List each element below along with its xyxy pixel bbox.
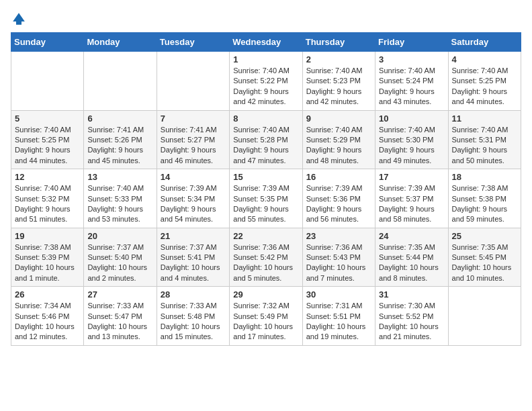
day-number: 4	[452, 54, 517, 64]
calendar-cell	[157, 52, 229, 111]
calendar-cell: 5Sunrise: 7:40 AM Sunset: 5:25 PM Daylig…	[11, 110, 84, 169]
day-info: Sunrise: 7:31 AM Sunset: 5:51 PM Dayligh…	[306, 301, 371, 342]
day-number: 25	[452, 231, 517, 241]
day-number: 13	[87, 172, 152, 182]
calendar-cell: 4Sunrise: 7:40 AM Sunset: 5:25 PM Daylig…	[448, 52, 521, 111]
weekday-header-saturday: Saturday	[448, 33, 521, 52]
calendar-week-row: 19Sunrise: 7:38 AM Sunset: 5:39 PM Dayli…	[11, 228, 521, 287]
calendar-cell	[11, 52, 84, 111]
weekday-header-thursday: Thursday	[302, 33, 375, 52]
day-info: Sunrise: 7:40 AM Sunset: 5:32 PM Dayligh…	[15, 183, 80, 225]
calendar-cell: 15Sunrise: 7:39 AM Sunset: 5:35 PM Dayli…	[230, 169, 302, 228]
calendar-cell: 19Sunrise: 7:38 AM Sunset: 5:39 PM Dayli…	[11, 228, 84, 287]
day-number: 6	[87, 113, 152, 124]
calendar-cell: 2Sunrise: 7:40 AM Sunset: 5:23 PM Daylig…	[302, 52, 375, 111]
day-info: Sunrise: 7:40 AM Sunset: 5:25 PM Dayligh…	[452, 66, 517, 107]
svg-marker-1	[13, 13, 25, 21]
svg-rect-2	[16, 21, 21, 25]
calendar-cell: 31Sunrise: 7:30 AM Sunset: 5:52 PM Dayli…	[375, 287, 448, 346]
day-info: Sunrise: 7:33 AM Sunset: 5:48 PM Dayligh…	[161, 301, 226, 342]
calendar-cell: 8Sunrise: 7:40 AM Sunset: 5:28 PM Daylig…	[230, 110, 302, 169]
calendar-cell: 22Sunrise: 7:36 AM Sunset: 5:42 PM Dayli…	[230, 228, 302, 287]
day-info: Sunrise: 7:38 AM Sunset: 5:39 PM Dayligh…	[15, 242, 80, 284]
day-number: 8	[233, 113, 298, 124]
day-number: 19	[15, 231, 80, 241]
calendar-cell: 3Sunrise: 7:40 AM Sunset: 5:24 PM Daylig…	[375, 52, 448, 111]
day-info: Sunrise: 7:41 AM Sunset: 5:27 PM Dayligh…	[161, 125, 226, 167]
calendar-cell	[84, 52, 157, 111]
day-number: 17	[379, 172, 444, 182]
calendar-cell: 9Sunrise: 7:40 AM Sunset: 5:29 PM Daylig…	[302, 110, 375, 169]
calendar-cell: 1Sunrise: 7:40 AM Sunset: 5:22 PM Daylig…	[230, 52, 302, 111]
day-number: 15	[233, 172, 298, 182]
calendar-cell: 10Sunrise: 7:40 AM Sunset: 5:30 PM Dayli…	[375, 110, 448, 169]
day-info: Sunrise: 7:40 AM Sunset: 5:24 PM Dayligh…	[379, 66, 444, 107]
day-number: 1	[233, 54, 298, 64]
day-info: Sunrise: 7:36 AM Sunset: 5:43 PM Dayligh…	[306, 242, 371, 284]
day-info: Sunrise: 7:40 AM Sunset: 5:29 PM Dayligh…	[306, 125, 371, 167]
day-number: 20	[87, 231, 152, 241]
day-info: Sunrise: 7:39 AM Sunset: 5:37 PM Dayligh…	[379, 183, 444, 225]
calendar-cell: 26Sunrise: 7:34 AM Sunset: 5:46 PM Dayli…	[11, 287, 84, 346]
day-info: Sunrise: 7:40 AM Sunset: 5:22 PM Dayligh…	[233, 66, 298, 107]
day-number: 9	[306, 113, 371, 124]
day-number: 24	[379, 231, 444, 241]
day-number: 10	[379, 113, 444, 124]
day-info: Sunrise: 7:37 AM Sunset: 5:40 PM Dayligh…	[87, 242, 152, 284]
calendar-cell: 7Sunrise: 7:41 AM Sunset: 5:27 PM Daylig…	[157, 110, 229, 169]
calendar-cell	[448, 287, 521, 346]
day-number: 16	[306, 172, 371, 182]
calendar: SundayMondayTuesdayWednesdayThursdayFrid…	[11, 32, 521, 346]
day-info: Sunrise: 7:40 AM Sunset: 5:28 PM Dayligh…	[233, 125, 298, 167]
calendar-cell: 6Sunrise: 7:41 AM Sunset: 5:26 PM Daylig…	[84, 110, 157, 169]
weekday-header-tuesday: Tuesday	[157, 33, 229, 52]
weekday-header-friday: Friday	[375, 33, 448, 52]
day-number: 29	[233, 289, 298, 300]
day-number: 31	[379, 289, 444, 300]
calendar-cell: 23Sunrise: 7:36 AM Sunset: 5:43 PM Dayli…	[302, 228, 375, 287]
header	[11, 11, 521, 27]
day-info: Sunrise: 7:40 AM Sunset: 5:23 PM Dayligh…	[306, 66, 371, 107]
calendar-cell: 13Sunrise: 7:40 AM Sunset: 5:33 PM Dayli…	[84, 169, 157, 228]
day-number: 18	[452, 172, 517, 182]
day-info: Sunrise: 7:34 AM Sunset: 5:46 PM Dayligh…	[15, 301, 80, 342]
day-info: Sunrise: 7:40 AM Sunset: 5:33 PM Dayligh…	[87, 183, 152, 225]
calendar-cell: 21Sunrise: 7:37 AM Sunset: 5:41 PM Dayli…	[157, 228, 229, 287]
calendar-cell: 11Sunrise: 7:40 AM Sunset: 5:31 PM Dayli…	[448, 110, 521, 169]
day-number: 26	[15, 289, 80, 300]
day-number: 30	[306, 289, 371, 300]
day-info: Sunrise: 7:36 AM Sunset: 5:42 PM Dayligh…	[233, 242, 298, 284]
calendar-cell: 24Sunrise: 7:35 AM Sunset: 5:44 PM Dayli…	[375, 228, 448, 287]
day-info: Sunrise: 7:40 AM Sunset: 5:31 PM Dayligh…	[452, 125, 517, 167]
day-info: Sunrise: 7:40 AM Sunset: 5:30 PM Dayligh…	[379, 125, 444, 167]
day-number: 7	[161, 113, 226, 124]
calendar-week-row: 1Sunrise: 7:40 AM Sunset: 5:22 PM Daylig…	[11, 52, 521, 111]
day-info: Sunrise: 7:33 AM Sunset: 5:47 PM Dayligh…	[87, 301, 152, 342]
weekday-header-monday: Monday	[84, 33, 157, 52]
calendar-cell: 14Sunrise: 7:39 AM Sunset: 5:34 PM Dayli…	[157, 169, 229, 228]
day-number: 2	[306, 54, 371, 64]
weekday-header-wednesday: Wednesday	[230, 33, 302, 52]
day-info: Sunrise: 7:32 AM Sunset: 5:49 PM Dayligh…	[233, 301, 298, 342]
calendar-cell: 17Sunrise: 7:39 AM Sunset: 5:37 PM Dayli…	[375, 169, 448, 228]
calendar-cell: 20Sunrise: 7:37 AM Sunset: 5:40 PM Dayli…	[84, 228, 157, 287]
calendar-cell: 28Sunrise: 7:33 AM Sunset: 5:48 PM Dayli…	[157, 287, 229, 346]
calendar-cell: 25Sunrise: 7:35 AM Sunset: 5:45 PM Dayli…	[448, 228, 521, 287]
calendar-cell: 27Sunrise: 7:33 AM Sunset: 5:47 PM Dayli…	[84, 287, 157, 346]
day-info: Sunrise: 7:30 AM Sunset: 5:52 PM Dayligh…	[379, 301, 444, 342]
day-info: Sunrise: 7:38 AM Sunset: 5:38 PM Dayligh…	[452, 183, 517, 225]
day-number: 22	[233, 231, 298, 241]
day-info: Sunrise: 7:35 AM Sunset: 5:45 PM Dayligh…	[452, 242, 517, 284]
day-number: 11	[452, 113, 517, 124]
day-number: 12	[15, 172, 80, 182]
calendar-cell: 12Sunrise: 7:40 AM Sunset: 5:32 PM Dayli…	[11, 169, 84, 228]
day-info: Sunrise: 7:37 AM Sunset: 5:41 PM Dayligh…	[161, 242, 226, 284]
calendar-week-row: 12Sunrise: 7:40 AM Sunset: 5:32 PM Dayli…	[11, 169, 521, 228]
calendar-cell: 29Sunrise: 7:32 AM Sunset: 5:49 PM Dayli…	[230, 287, 302, 346]
calendar-cell: 30Sunrise: 7:31 AM Sunset: 5:51 PM Dayli…	[302, 287, 375, 346]
weekday-header-sunday: Sunday	[11, 33, 84, 52]
calendar-week-row: 26Sunrise: 7:34 AM Sunset: 5:46 PM Dayli…	[11, 287, 521, 346]
day-number: 28	[161, 289, 226, 300]
day-number: 27	[87, 289, 152, 300]
day-number: 5	[15, 113, 80, 124]
